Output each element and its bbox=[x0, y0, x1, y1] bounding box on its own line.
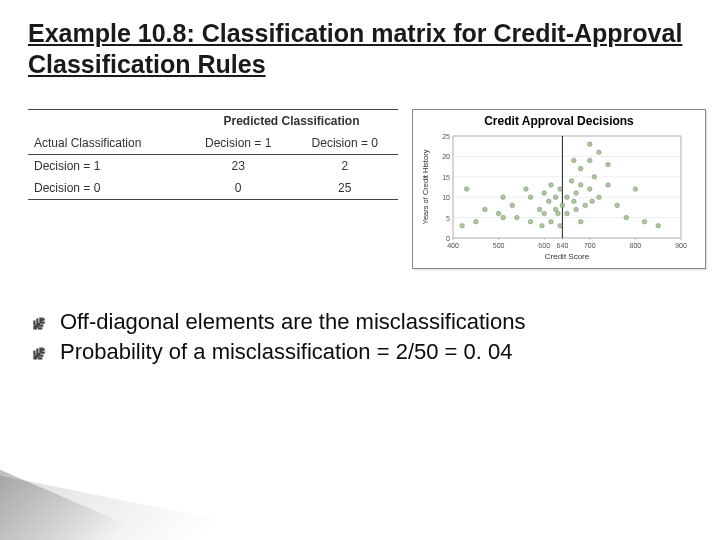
svg-point-38 bbox=[528, 219, 533, 224]
predicted-header: Predicted Classification bbox=[185, 109, 398, 132]
cell-0-0: 25 bbox=[291, 177, 398, 200]
cell-0-1: 0 bbox=[185, 177, 292, 200]
svg-point-36 bbox=[515, 215, 520, 220]
bullet-2: ⸙ Probability of a misclassification = 2… bbox=[28, 339, 692, 365]
svg-text:700: 700 bbox=[584, 242, 596, 249]
svg-text:15: 15 bbox=[442, 173, 450, 180]
svg-point-32 bbox=[496, 211, 501, 216]
svg-text:10: 10 bbox=[442, 194, 450, 201]
svg-point-63 bbox=[583, 203, 588, 208]
svg-text:Credit Score: Credit Score bbox=[545, 252, 590, 261]
svg-point-70 bbox=[597, 194, 602, 199]
bullet-icon: ⸙ bbox=[28, 339, 50, 365]
svg-point-49 bbox=[556, 211, 561, 216]
svg-point-42 bbox=[542, 211, 547, 216]
svg-point-76 bbox=[642, 219, 647, 224]
svg-point-47 bbox=[553, 207, 558, 212]
svg-point-56 bbox=[572, 198, 577, 203]
svg-point-74 bbox=[624, 215, 629, 220]
slide-title: Example 10.8: Classification matrix for … bbox=[28, 18, 692, 81]
svg-text:0: 0 bbox=[446, 235, 450, 242]
svg-text:20: 20 bbox=[442, 153, 450, 160]
svg-point-60 bbox=[578, 166, 583, 171]
svg-point-68 bbox=[592, 174, 597, 179]
svg-text:640: 640 bbox=[557, 242, 569, 249]
svg-point-71 bbox=[606, 182, 611, 187]
actual-header: Actual Classification bbox=[28, 132, 185, 155]
svg-point-34 bbox=[501, 194, 506, 199]
scatter-chart: Credit Approval Decisions 05101520254005… bbox=[412, 109, 706, 269]
svg-text:400: 400 bbox=[447, 242, 459, 249]
svg-point-33 bbox=[501, 215, 506, 220]
scatter-plot-svg: 0510152025400500600640700800900Credit Sc… bbox=[419, 132, 687, 262]
svg-point-64 bbox=[588, 141, 593, 146]
bullet-icon: ⸙ bbox=[28, 309, 50, 335]
svg-point-30 bbox=[474, 219, 479, 224]
svg-point-65 bbox=[588, 186, 593, 191]
classification-table: Predicted Classification Actual Classifi… bbox=[28, 109, 398, 200]
svg-point-77 bbox=[656, 223, 661, 228]
svg-point-73 bbox=[615, 203, 620, 208]
svg-point-37 bbox=[524, 186, 529, 191]
svg-point-57 bbox=[572, 158, 577, 163]
cell-1-0: 2 bbox=[291, 154, 398, 177]
svg-point-45 bbox=[549, 219, 554, 224]
bullet-1: ⸙ Off-diagonal elements are the misclass… bbox=[28, 309, 692, 335]
content-row: Predicted Classification Actual Classifi… bbox=[28, 109, 692, 269]
svg-point-62 bbox=[578, 219, 583, 224]
svg-point-50 bbox=[558, 223, 563, 228]
svg-point-69 bbox=[597, 150, 602, 155]
svg-point-51 bbox=[558, 186, 563, 191]
svg-point-58 bbox=[574, 190, 579, 195]
svg-point-41 bbox=[540, 223, 545, 228]
svg-point-40 bbox=[537, 207, 542, 212]
svg-point-39 bbox=[528, 194, 533, 199]
cell-1-1: 23 bbox=[185, 154, 292, 177]
row-decision-1-label: Decision = 1 bbox=[28, 154, 185, 177]
row-decision-0-label: Decision = 0 bbox=[28, 177, 185, 200]
svg-text:900: 900 bbox=[675, 242, 687, 249]
svg-point-53 bbox=[565, 211, 570, 216]
chart-title: Credit Approval Decisions bbox=[419, 114, 699, 128]
svg-text:800: 800 bbox=[630, 242, 642, 249]
svg-point-61 bbox=[578, 182, 583, 187]
svg-text:5: 5 bbox=[446, 214, 450, 221]
svg-point-46 bbox=[549, 182, 554, 187]
svg-point-48 bbox=[553, 194, 558, 199]
col-decision-1: Decision = 1 bbox=[185, 132, 292, 155]
svg-point-29 bbox=[464, 186, 469, 191]
svg-text:500: 500 bbox=[493, 242, 505, 249]
svg-text:600: 600 bbox=[538, 242, 550, 249]
svg-point-28 bbox=[460, 223, 465, 228]
svg-point-75 bbox=[633, 186, 638, 191]
svg-point-67 bbox=[590, 198, 595, 203]
svg-point-44 bbox=[546, 198, 551, 203]
svg-point-35 bbox=[510, 203, 515, 208]
svg-point-31 bbox=[483, 207, 488, 212]
svg-point-59 bbox=[574, 207, 579, 212]
svg-point-43 bbox=[542, 190, 547, 195]
bullets: ⸙ Off-diagonal elements are the misclass… bbox=[28, 309, 692, 366]
svg-point-54 bbox=[565, 194, 570, 199]
bullet-1-text: Off-diagonal elements are the misclassif… bbox=[60, 309, 525, 335]
svg-text:Years of Credit History: Years of Credit History bbox=[421, 149, 430, 224]
svg-point-52 bbox=[560, 203, 565, 208]
svg-point-55 bbox=[569, 178, 574, 183]
svg-text:25: 25 bbox=[442, 133, 450, 140]
col-decision-0: Decision = 0 bbox=[291, 132, 398, 155]
svg-point-72 bbox=[606, 162, 611, 167]
bullet-2-text: Probability of a misclassification = 2/5… bbox=[60, 339, 512, 365]
svg-point-66 bbox=[588, 158, 593, 163]
